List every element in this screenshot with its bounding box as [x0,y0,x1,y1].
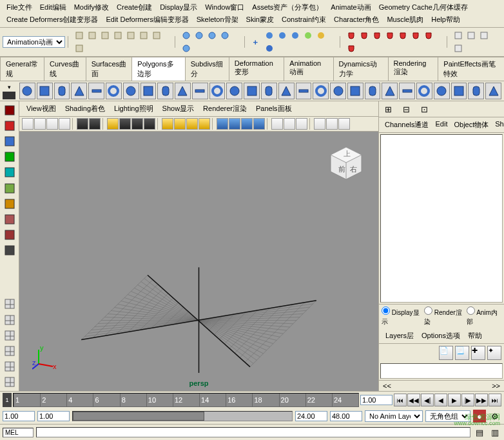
vp-shade-flat-icon[interactable] [131,118,143,130]
shelf-edit-icon[interactable] [3,92,15,99]
shelf-sphere-icon[interactable] [19,83,35,99]
tool-manip[interactable] [2,196,17,211]
shelf-extrude-icon[interactable] [416,83,432,99]
shelf-pyramid-icon[interactable] [141,83,157,99]
viewport-canvas[interactable]: 前 右 上 y x z persp [19,132,378,391]
time-ruler[interactable]: 124681012141618202224 [13,393,359,407]
tool-last[interactable] [2,243,17,258]
m4-icon[interactable] [383,29,396,42]
vp-hw-icon[interactable] [241,118,253,130]
layer-radio[interactable]: Render渲染 [424,306,465,326]
shelf-tab[interactable]: Animation动画 [284,57,333,81]
render-icon[interactable] [263,29,276,42]
nav-prev[interactable]: << [383,382,391,390]
ch-menu-item[interactable]: Object物体 [451,119,492,131]
tool-lasso[interactable] [2,118,17,133]
ch-menu-item[interactable]: Edit [432,119,451,131]
shelf-cut-icon[interactable] [451,83,467,99]
snap-point-icon[interactable] [206,29,218,42]
command-input[interactable] [36,427,470,437]
shelf-prism-icon[interactable] [123,83,139,99]
ol-icon[interactable] [452,42,465,55]
layers-menu-item[interactable]: Options选项 [418,330,464,342]
menu-1[interactable]: Edit编辑 [36,1,70,14]
menu-4[interactable]: Display显示 [156,1,201,14]
shelf-menu-icon[interactable]: ▾ [3,83,15,91]
shelf-boolean-icon[interactable] [347,83,363,99]
tool-icon[interactable] [478,29,490,42]
shelf-split-icon[interactable] [468,83,484,99]
vp-d2-icon[interactable] [326,118,338,130]
vp-sel-cam-icon[interactable] [22,118,34,130]
render-settings-icon[interactable] [289,29,302,42]
layers-menu-item[interactable]: Layers层 [382,330,418,342]
vp-bookmarks-icon[interactable] [34,118,46,130]
shelf-crease-icon[interactable] [485,83,501,99]
shelf-tab[interactable]: Polygons多边形 [131,57,185,81]
menu-16[interactable]: Help帮助 [427,14,464,26]
range-end-field[interactable] [330,411,362,421]
shelf-gear-icon[interactable] [192,83,208,99]
shelf-tab[interactable]: PaintEffects画笔特效 [438,57,504,81]
vp-xray-icon[interactable] [199,118,210,130]
vp-light-default-icon[interactable] [162,118,173,130]
menu-11[interactable]: Skeleton骨架 [193,14,242,26]
vp-d1-icon[interactable] [314,118,325,130]
range-inner-start-field[interactable] [37,411,70,421]
playback-btn-1[interactable]: ◀◀ [407,394,420,406]
new-icon[interactable] [73,29,86,42]
menu-7[interactable]: Animate动画 [327,1,374,14]
menu-10[interactable]: Edit Deformers编辑变形器 [102,14,192,26]
save-icon[interactable] [99,29,111,42]
current-frame-marker[interactable]: 1 [3,393,12,407]
ae-icon[interactable] [465,29,478,42]
snap-curve-icon[interactable] [193,29,206,42]
layer-radio[interactable]: Display显示 [382,306,423,326]
shelf-cube-icon[interactable] [37,83,53,99]
shelf-polytype-icon[interactable] [226,83,242,99]
playback-btn-6[interactable]: ▶▶ [475,394,488,406]
vp-menu-item[interactable]: Lighting照明 [110,103,158,115]
sel-obj-icon[interactable] [150,29,163,42]
snap-live-icon[interactable] [180,42,193,55]
menu-9[interactable]: Create Deformers创建变形器 [3,14,102,26]
tool-outliner[interactable] [2,375,17,390]
shelf-mirror-icon[interactable] [365,83,381,99]
workspace-select[interactable]: Animation动画 [3,36,65,48]
vp-grid-icon[interactable] [59,118,70,130]
vp-shade-wire-icon[interactable] [107,118,119,130]
shelf-tab[interactable]: Curves曲线 [44,57,86,81]
shelf-tab[interactable]: Rendering渲染 [388,57,439,81]
shelf-separate-icon[interactable] [296,83,312,99]
playback-btn-7[interactable]: ⏭ [489,394,501,406]
shelf-tab[interactable]: Deformation变形 [229,57,284,81]
vp-d3-icon[interactable] [338,118,350,130]
tool-select[interactable] [2,103,17,117]
shelf-soccer-icon[interactable] [209,83,226,99]
sel-hier-icon[interactable] [137,29,150,42]
tool-scale[interactable] [2,181,17,195]
snap-plane-icon[interactable] [218,29,231,42]
menu-13[interactable]: Constrain约束 [278,14,330,26]
shelf-platonic-icon[interactable] [261,83,277,99]
layer-move-down-icon[interactable]: 📃 [455,346,469,360]
range-start-field[interactable] [3,411,35,421]
hypergraph-icon[interactable] [302,29,315,42]
script-editor-icon[interactable]: ▤ [473,426,486,439]
shelf-tab[interactable]: Dynamics动力学 [333,57,389,81]
ch-menu-item[interactable]: Show [492,119,504,131]
menu-12[interactable]: Skin蒙皮 [242,14,278,26]
tool-paint[interactable] [2,134,17,148]
shelf-tab[interactable]: General常规 [0,57,44,81]
m1-icon[interactable] [345,29,358,42]
redo-icon[interactable] [124,29,137,42]
help-line-icon[interactable]: ▥ [489,426,501,439]
viewcube[interactable]: 前 右 上 [327,145,365,183]
m8-icon[interactable] [345,42,358,55]
menu-3[interactable]: Create创建 [113,1,156,14]
ch-layout3-icon[interactable]: ⊡ [418,103,431,115]
shelf-bevel-icon[interactable] [382,83,398,99]
channel-list[interactable] [380,134,503,303]
vp-shade-smooth-icon[interactable] [119,118,131,130]
playback-btn-0[interactable]: ⏮ [394,394,407,406]
